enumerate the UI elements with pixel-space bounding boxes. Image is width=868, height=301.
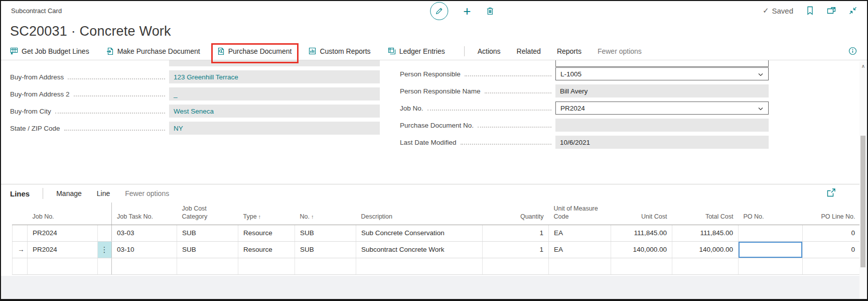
ledger-entries-icon <box>388 47 396 55</box>
col-po-no[interactable]: PO No. <box>739 203 803 225</box>
person-responsible-input[interactable]: L-1005 <box>555 67 769 80</box>
action-make-purchase-document[interactable]: Make Purchase Document <box>106 47 200 55</box>
job-task-no-cell[interactable]: 03-03 <box>112 225 177 241</box>
col-job-no[interactable]: Job No. <box>28 203 98 225</box>
menu-actions[interactable]: Actions <box>478 47 501 55</box>
page-background-filler <box>1 276 867 299</box>
collapse-arrows-icon <box>849 7 857 15</box>
vertical-scrollbar[interactable]: ∧ <box>859 61 867 299</box>
job-no-cell[interactable]: PR2024 <box>28 241 98 258</box>
buy-from-address-2-value[interactable]: _ <box>169 87 380 101</box>
action-label: Get Job Budget Lines <box>22 47 89 55</box>
col-no[interactable]: No.↑ <box>295 203 356 225</box>
dotted-leader <box>478 118 551 128</box>
menu-reports[interactable]: Reports <box>557 47 582 55</box>
new-button[interactable]: + <box>463 5 471 18</box>
delete-button[interactable] <box>486 7 494 16</box>
edit-button[interactable] <box>430 2 448 20</box>
description-cell[interactable]: Sub Concrete Conservation <box>356 225 483 241</box>
lines-menu-line[interactable]: Line <box>97 189 110 197</box>
field-label: Last Date Modified <box>400 139 457 146</box>
field-purchase-document-no: Purchase Document No. <box>400 117 769 134</box>
field-label: Buy-from Address 2 <box>10 90 70 98</box>
fewer-options-link[interactable]: Fewer options <box>598 47 642 55</box>
unit-cost-cell[interactable]: 111,845.00 <box>611 225 672 241</box>
open-in-new-window-button[interactable] <box>827 7 836 15</box>
col-quantity[interactable]: Quantity <box>483 203 549 225</box>
action-purchase-document[interactable]: Purchase Document <box>217 47 292 55</box>
col-type[interactable]: Type↑ <box>238 203 295 225</box>
col-unit-cost[interactable]: Unit Cost <box>611 203 672 225</box>
last-date-modified-value: 10/6/2021 <box>555 136 769 149</box>
po-no-cell[interactable] <box>739 225 803 241</box>
quantity-cell[interactable]: 1 <box>483 225 549 241</box>
row-menu-cell[interactable] <box>98 225 112 241</box>
table-row[interactable]: PR2024 03-03 SUB Resource SUB Sub Concre… <box>13 225 860 241</box>
po-line-no-cell[interactable]: 0 <box>803 241 860 258</box>
action-custom-reports[interactable]: Custom Reports <box>309 47 370 55</box>
job-task-no-cell[interactable]: 03-10 <box>112 241 177 258</box>
total-cost-cell[interactable]: 140,000.00 <box>672 241 739 258</box>
sort-ascending-icon: ↑ <box>258 214 261 220</box>
person-responsible-name-value: Bill Avery <box>555 84 769 97</box>
field-buy-from-address-2: Buy-from Address 2 _ <box>10 85 380 103</box>
col-job-cost-category[interactable]: Job Cost Category <box>177 203 238 225</box>
action-ledger-entries[interactable]: Ledger Entries <box>388 47 445 55</box>
open-lines-in-new-window-button[interactable] <box>827 188 836 197</box>
col-total-cost[interactable]: Total Cost <box>672 203 739 225</box>
col-job-task-no[interactable]: Job Task No. <box>112 203 177 225</box>
sort-ascending-icon: ↑ <box>311 214 314 220</box>
field-buy-from-address: Buy-from Address 123 Greenhill Terrace <box>10 68 380 85</box>
lines-section-title[interactable]: Lines <box>10 189 30 198</box>
table-row-empty[interactable] <box>13 258 860 274</box>
lines-menu-manage[interactable]: Manage <box>56 189 82 197</box>
row-selector-header <box>13 203 28 225</box>
table-header-row: Job No. Job Task No. Job Cost Category T… <box>13 203 860 225</box>
state-zip-code-value[interactable]: NY <box>169 122 380 135</box>
type-cell[interactable]: Resource <box>238 225 295 241</box>
col-po-line-no[interactable]: PO Line No. <box>803 203 860 225</box>
job-no-cell[interactable]: PR2024 <box>28 225 98 241</box>
buy-from-city-value[interactable]: West Seneca <box>169 105 380 118</box>
field-label: State / ZIP Code <box>10 125 60 132</box>
row-selector-cell[interactable] <box>13 225 28 241</box>
buy-from-address-value[interactable]: 123 Greenhill Terrace <box>169 70 380 83</box>
chevron-down-icon[interactable] <box>758 72 764 77</box>
plus-icon: + <box>463 4 471 19</box>
quantity-cell[interactable]: 1 <box>483 241 549 258</box>
lines-fewer-options-link[interactable]: Fewer options <box>125 189 169 197</box>
page-title: SC20031 · Concrete Work <box>10 24 171 39</box>
bookmark-button[interactable] <box>806 6 814 15</box>
job-cost-category-cell[interactable]: SUB <box>177 241 238 258</box>
top-right-controls: ✓ Saved <box>763 6 857 15</box>
field-label: Job No. <box>400 105 423 112</box>
action-get-job-budget-lines[interactable]: Get Job Budget Lines <box>10 47 89 55</box>
po-line-no-cell[interactable]: 0 <box>803 225 860 241</box>
description-cell[interactable]: Subcontract Concrete Work <box>356 241 483 258</box>
save-status: ✓ Saved <box>763 6 793 15</box>
uom-cell[interactable]: EA <box>549 225 611 241</box>
uom-cell[interactable]: EA <box>549 241 611 258</box>
col-unit-of-measure-code[interactable]: Unit of Measure Code <box>549 203 611 225</box>
job-no-input[interactable]: PR2024 <box>555 102 769 115</box>
job-budget-lines-icon <box>10 47 18 55</box>
scrollbar-thumb[interactable] <box>860 136 865 267</box>
purchase-document-no-value <box>555 119 769 132</box>
menu-related[interactable]: Related <box>517 47 541 55</box>
no-cell[interactable]: SUB <box>295 225 356 241</box>
row-menu-button[interactable]: ⋮ <box>98 241 112 258</box>
col-description[interactable]: Description <box>356 203 483 225</box>
type-cell[interactable]: Resource <box>238 241 295 258</box>
title-row: SC20031 · Concrete Work <box>1 20 867 42</box>
unit-cost-cell[interactable]: 140,000.00 <box>611 241 672 258</box>
collapse-button[interactable] <box>849 7 857 15</box>
no-cell[interactable]: SUB <box>295 241 356 258</box>
chevron-down-icon[interactable] <box>758 106 764 112</box>
total-cost-cell[interactable]: 111,845.00 <box>672 225 739 241</box>
scroll-up-arrow-icon[interactable]: ∧ <box>859 61 867 69</box>
info-button[interactable] <box>848 47 857 55</box>
job-cost-category-cell[interactable]: SUB <box>177 225 238 241</box>
action-bar-separator <box>464 46 465 56</box>
table-row-current[interactable]: → PR2024 ⋮ 03-10 SUB Resource SUB Subcon… <box>13 241 860 258</box>
po-no-cell-focused[interactable] <box>739 241 803 258</box>
